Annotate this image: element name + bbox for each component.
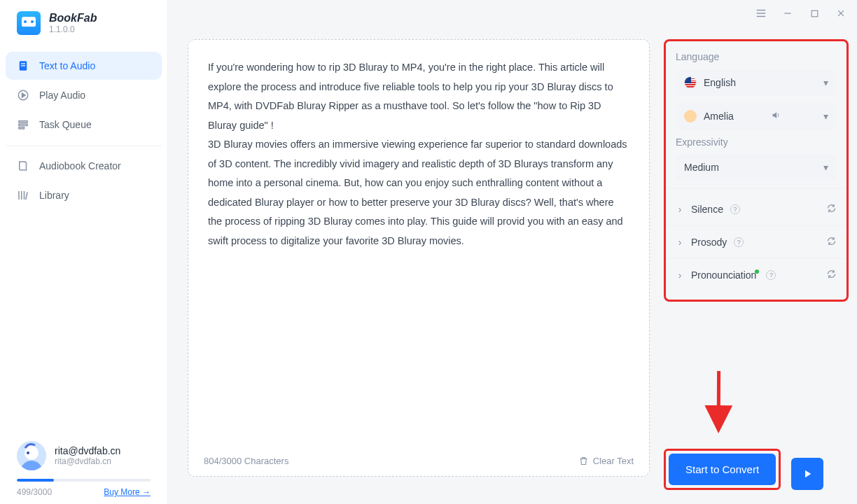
- status-dot-icon: [755, 270, 759, 274]
- app-logo-block: BookFab 1.1.0.0: [0, 0, 167, 48]
- prosody-label: Prosody: [691, 237, 727, 248]
- account-block[interactable]: rita@dvdfab.cn rita@dvdfab.cn: [17, 441, 151, 470]
- buy-more-link[interactable]: Buy More →: [104, 487, 151, 497]
- play-preview-button[interactable]: [791, 458, 823, 490]
- prosody-section[interactable]: › Prosody ?: [676, 230, 837, 254]
- separator: [666, 188, 846, 189]
- quota-fill: [17, 479, 54, 482]
- start-convert-button[interactable]: Start to Convert: [669, 454, 776, 485]
- separator: [666, 258, 846, 259]
- sidebar-item-play-audio[interactable]: Play Audio: [6, 81, 162, 109]
- settings-box-highlight: Language English ▾ Amelia ▾ Expressivity…: [664, 39, 849, 302]
- text-paragraph-2: 3D Bluray movies offers an immersive vie…: [208, 135, 629, 251]
- voice-avatar-icon: [684, 110, 697, 122]
- help-icon[interactable]: ?: [730, 204, 740, 214]
- refresh-icon[interactable]: [826, 269, 837, 281]
- settings-column: Language English ▾ Amelia ▾ Expressivity…: [664, 39, 849, 493]
- chevron-right-icon: ›: [676, 270, 684, 281]
- maximize-icon[interactable]: [808, 7, 821, 20]
- clear-text-button[interactable]: Clear Text: [578, 456, 634, 466]
- text-panel: If you're wondering how to rip 3D Bluray…: [188, 39, 650, 477]
- text-paragraph-1: If you're wondering how to rip 3D Bluray…: [208, 58, 629, 135]
- minimize-icon[interactable]: [781, 7, 794, 20]
- chevron-down-icon: ▾: [823, 162, 828, 173]
- svg-rect-2: [21, 65, 25, 66]
- sidebar-item-label: Audiobook Creator: [39, 160, 121, 172]
- sidebar-item-library[interactable]: Library: [6, 181, 162, 209]
- separator: [666, 225, 846, 226]
- sidebar-item-task-queue[interactable]: Task Queue: [6, 111, 162, 139]
- help-icon[interactable]: ?: [766, 270, 776, 280]
- main-area: If you're wondering how to rip 3D Bluray…: [168, 0, 857, 504]
- language-select[interactable]: English ▾: [676, 69, 837, 96]
- help-icon[interactable]: ?: [734, 237, 744, 247]
- char-counter: 804/3000 Characters: [204, 456, 288, 466]
- app-logo-icon: [17, 11, 41, 35]
- voice-value: Amelia: [704, 111, 734, 122]
- expressivity-label: Expressivity: [676, 136, 837, 148]
- cta-row: Start to Convert: [664, 442, 849, 493]
- expressivity-value: Medium: [684, 162, 719, 173]
- sidebar-item-label: Text to Audio: [39, 60, 95, 71]
- clear-text-label: Clear Text: [593, 456, 634, 466]
- trash-icon: [578, 456, 589, 466]
- svg-rect-4: [19, 121, 27, 122]
- sidebar-item-text-to-audio[interactable]: Text to Audio: [6, 52, 162, 80]
- quota-text: 499/3000: [17, 487, 52, 497]
- annotation-arrow-icon: [681, 361, 758, 441]
- chevron-down-icon: ▾: [823, 77, 828, 88]
- sidebar: BookFab 1.1.0.0 Text to Audio Play Audio…: [0, 0, 168, 504]
- play-circle-icon: [17, 89, 29, 102]
- book-icon: [17, 160, 29, 172]
- svg-point-9: [27, 451, 29, 454]
- close-icon[interactable]: [835, 7, 847, 20]
- svg-rect-14: [811, 10, 818, 17]
- pronunciation-label: Pronounciation: [691, 270, 756, 281]
- sidebar-footer: rita@dvdfab.cn rita@dvdfab.cn 499/3000 B…: [17, 441, 151, 497]
- menu-icon[interactable]: [755, 7, 767, 20]
- language-value: English: [704, 77, 736, 88]
- flag-us-icon: [684, 76, 697, 89]
- chevron-down-icon: ▾: [823, 111, 828, 122]
- svg-rect-1: [21, 63, 25, 64]
- app-version: 1.1.0.0: [49, 24, 97, 34]
- expressivity-select[interactable]: Medium ▾: [676, 155, 837, 180]
- text-footer: 804/3000 Characters Clear Text: [188, 446, 649, 476]
- app-title: BookFab: [49, 12, 97, 24]
- primary-nav: Text to Audio Play Audio Task Queue Audi…: [0, 48, 167, 215]
- library-icon: [17, 189, 29, 202]
- chevron-right-icon: ›: [676, 204, 684, 215]
- window-controls: [755, 7, 847, 20]
- avatar: [17, 441, 46, 470]
- pronunciation-section[interactable]: › Pronounciation ?: [676, 263, 837, 287]
- svg-rect-6: [19, 127, 25, 129]
- silence-label: Silence: [691, 204, 723, 215]
- language-label: Language: [676, 51, 837, 62]
- text-input-area[interactable]: If you're wondering how to rip 3D Bluray…: [188, 40, 649, 446]
- voice-select[interactable]: Amelia ▾: [676, 103, 837, 130]
- sidebar-item-label: Play Audio: [39, 90, 85, 101]
- sound-preview-icon[interactable]: [771, 110, 781, 122]
- account-email-secondary: rita@dvdfab.cn: [55, 456, 120, 466]
- sidebar-item-label: Task Queue: [39, 119, 92, 130]
- svg-rect-5: [19, 124, 27, 125]
- sidebar-item-label: Library: [39, 190, 69, 201]
- refresh-icon[interactable]: [826, 236, 837, 248]
- refresh-icon[interactable]: [826, 203, 837, 216]
- queue-icon: [17, 118, 29, 131]
- account-email-primary: rita@dvdfab.cn: [55, 445, 120, 456]
- nav-separator: [6, 146, 162, 146]
- silence-section[interactable]: › Silence ?: [676, 197, 837, 221]
- quota-bar: [17, 479, 151, 482]
- sidebar-item-audiobook-creator[interactable]: Audiobook Creator: [6, 152, 162, 180]
- chevron-right-icon: ›: [676, 237, 684, 248]
- document-icon: [17, 59, 29, 72]
- cta-highlight: Start to Convert: [664, 449, 781, 490]
